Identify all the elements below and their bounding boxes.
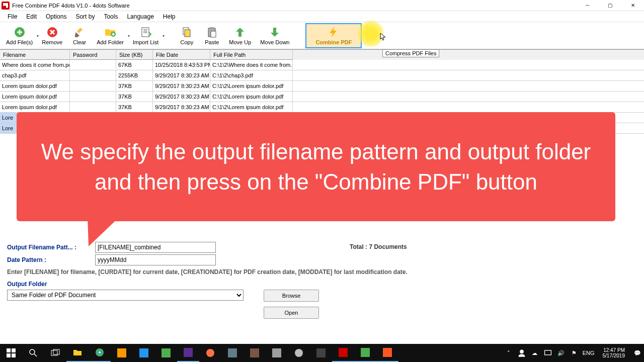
flag-icon[interactable]: ⚑ (570, 350, 579, 356)
table-row[interactable]: Lorem ipsum dolor.pdf37KB9/29/2017 8:30:… (0, 102, 644, 113)
firefox-icon[interactable] (199, 344, 221, 362)
explorer-icon[interactable] (66, 344, 89, 362)
import-icon (140, 26, 152, 38)
paste-button[interactable]: Paste (200, 23, 224, 48)
menu-tools[interactable]: Tools (99, 12, 122, 21)
col-filename[interactable]: Filename (0, 50, 70, 60)
move-down-button[interactable]: Move Down (256, 23, 293, 48)
remove-button[interactable]: Remove (38, 23, 66, 48)
col-filedate[interactable]: File Date (153, 50, 210, 60)
svg-point-18 (99, 351, 101, 353)
svg-rect-8 (211, 31, 216, 37)
col-password[interactable]: Password (70, 50, 116, 60)
chevron-down-icon: ▾ (163, 33, 165, 38)
cell-fullpath: C:\1\2\Lorem ipsum dolor.pdf (210, 92, 293, 102)
svg-rect-19 (117, 348, 126, 357)
cell-filedate: 9/29/2017 8:30:23 AM (153, 92, 210, 102)
cell-password (70, 81, 116, 91)
app-icon-6[interactable] (266, 344, 288, 362)
recorder-icon[interactable] (376, 344, 398, 362)
menu-options[interactable]: Options (41, 12, 71, 21)
svg-point-32 (520, 350, 524, 354)
volume-icon[interactable]: 🔊 (556, 350, 566, 356)
import-list-button[interactable]: Import List ▾ (129, 23, 163, 48)
menu-edit[interactable]: Edit (22, 12, 41, 21)
svg-rect-29 (339, 348, 348, 357)
maximize-button[interactable]: ▢ (599, 0, 621, 11)
svg-rect-26 (272, 348, 281, 357)
output-folder-select[interactable]: Same Folder of PDF Document (7, 290, 244, 301)
copy-button[interactable]: Copy (175, 23, 199, 48)
add-files-button[interactable]: Add File(s) ▾ (2, 23, 37, 48)
tooltip: Compress PDF Files (382, 49, 439, 57)
app-icon-2[interactable] (133, 344, 155, 362)
svg-rect-31 (383, 348, 392, 357)
app-icon-3[interactable] (155, 344, 177, 362)
tray-chevron-icon[interactable]: ˄ (504, 350, 513, 356)
pdf-app-icon[interactable] (332, 344, 354, 362)
minimize-button[interactable]: ─ (576, 0, 599, 11)
combine-label: Combine PDF (315, 39, 352, 45)
col-size[interactable]: Size (KB) (116, 50, 153, 60)
titlebar: Free Combine PDF 4dots V1.0 - 4dots Soft… (0, 0, 644, 11)
chrome-icon[interactable] (89, 344, 111, 362)
people-icon[interactable] (517, 348, 526, 357)
app-icon-7[interactable] (288, 344, 310, 362)
taskview-button[interactable] (44, 344, 66, 362)
close-button[interactable]: ✕ (621, 0, 644, 11)
move-up-button[interactable]: Move Up (225, 23, 255, 48)
menu-file[interactable]: File (3, 12, 22, 21)
network-icon[interactable] (543, 348, 552, 357)
lang-indicator[interactable]: ENG (583, 350, 595, 356)
menu-sortby[interactable]: Sort by (71, 12, 99, 21)
menubar: File Edit Options Sort by Tools Language… (0, 11, 644, 22)
open-button[interactable]: Open (264, 307, 319, 319)
output-folder-label: Output Folder (7, 281, 637, 288)
cell-size: 37KB (116, 92, 153, 102)
vs-icon[interactable] (177, 344, 199, 362)
camtasia-icon[interactable] (354, 344, 376, 362)
browse-button[interactable]: Browse (264, 290, 319, 302)
svg-rect-5 (185, 30, 190, 37)
app-icon-1[interactable] (111, 344, 133, 362)
svg-point-13 (30, 349, 35, 354)
clear-button[interactable]: Clear (67, 23, 92, 48)
start-button[interactable] (0, 344, 22, 362)
table-row[interactable]: Where does it come from.pdf67KB10/25/201… (0, 60, 644, 70)
search-button[interactable] (22, 344, 44, 362)
table-row[interactable]: chap3.pdf2255KB9/29/2017 8:30:23 AMC:\1\… (0, 70, 644, 81)
notifications-icon[interactable]: 💬 (633, 350, 642, 356)
cell-filedate: 9/29/2017 8:30:23 AM (153, 102, 210, 112)
import-list-label: Import List (133, 39, 158, 45)
app-icon-4[interactable] (221, 344, 244, 362)
date-pattern-input[interactable] (95, 254, 216, 265)
move-down-label: Move Down (260, 39, 289, 45)
taskbar: ˄ ☁ 🔊 ⚑ ENG 12:47 PM 5/17/2019 💬 (0, 344, 644, 362)
broom-icon (73, 26, 86, 38)
onedrive-icon[interactable]: ☁ (530, 350, 539, 356)
cell-filename: Lorem ipsum dolor.pdf (0, 81, 70, 91)
col-fullpath[interactable]: Full File Path (210, 50, 293, 60)
clock[interactable]: 12:47 PM 5/17/2019 (599, 347, 629, 358)
menu-language[interactable]: Language (122, 12, 158, 21)
add-folder-button[interactable]: Add Folder ▾ (93, 23, 128, 48)
window-title: Free Combine PDF 4dots V1.0 - 4dots Soft… (12, 3, 576, 9)
table-row[interactable]: Lorem ipsum dolor.pdf37KB9/29/2017 8:30:… (0, 92, 644, 102)
pattern-hint: Enter [FILENAME] for filename, [CURDATE]… (7, 268, 410, 276)
output-filename-pattern-input[interactable] (95, 242, 216, 253)
menu-help[interactable]: Help (158, 12, 180, 21)
table-row[interactable]: Lorem ipsum dolor.pdf37KB9/29/2017 8:30:… (0, 81, 644, 92)
app-icon-5[interactable] (244, 344, 266, 362)
cell-password (70, 70, 116, 80)
remove-icon (46, 26, 58, 38)
svg-rect-22 (184, 348, 193, 357)
cell-filedate: 9/29/2017 8:30:23 AM (153, 81, 210, 91)
app-icon-8[interactable] (310, 344, 332, 362)
svg-rect-21 (162, 348, 171, 357)
svg-rect-3 (142, 28, 149, 37)
combine-pdf-button[interactable]: Combine PDF (305, 23, 362, 48)
clock-time: 12:47 PM (603, 347, 625, 353)
cell-filedate: 9/29/2017 8:30:23 AM (153, 70, 210, 80)
app-icon (2, 2, 10, 10)
cell-fullpath: C:\1\2\Where does it come from.pdf (210, 60, 293, 70)
